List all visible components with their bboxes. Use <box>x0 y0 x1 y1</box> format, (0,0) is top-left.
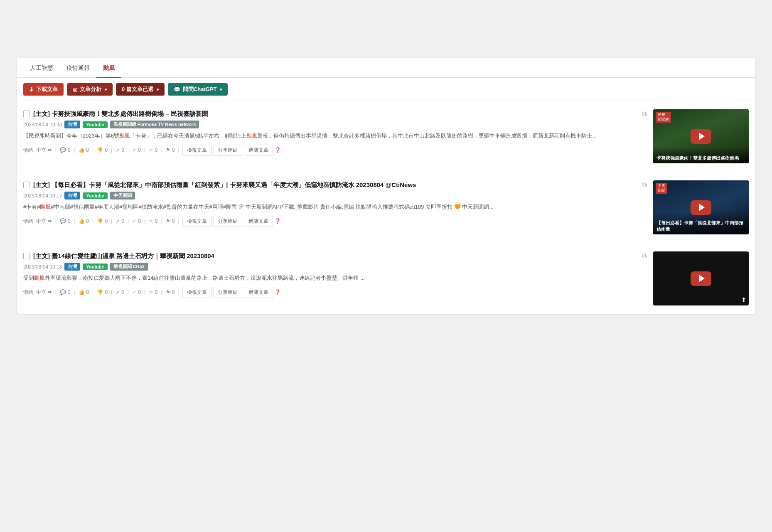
star-icon-1: ☆ <box>149 147 153 153</box>
article-date-2: 2023/08/04 10:17 <box>23 193 62 199</box>
article-content-2: [主文] 【每日必看】卡努「風從北部來」中南部預估雨量「紅到發紫」| 卡努來襲又… <box>23 180 647 234</box>
article-video-2[interactable]: 中天新聞 【每日必看】卡努「風從北部來」中南部預估雨量 <box>653 180 749 234</box>
thumb-bg-1: 民視新聞網 卡努挾強風豪雨！雙北多處傳出路樹倒塌 <box>653 109 749 163</box>
edit-icon-2[interactable]: ✏ <box>48 218 52 224</box>
tab-epidemic[interactable]: 疫情通報 <box>60 59 96 78</box>
article-meta-2: 2023/08/04 10:17 台灣 Youtube 中天新聞 <box>23 192 647 200</box>
share-icon-3: ↗ <box>116 289 120 295</box>
check-icon-3: ✓ <box>132 289 136 295</box>
ask-gpt-button[interactable]: 💬 問問ChatGPT ▾ <box>168 83 228 96</box>
edit-icon-3[interactable]: ✏ <box>48 289 52 295</box>
share-link-btn-1[interactable]: 分享連結 <box>213 145 242 156</box>
like-icon-3: 👍 <box>79 289 85 295</box>
article-meta-3: 2023/08/04 10:13 台灣 Youtube 華視新聞 CH52 <box>23 263 647 271</box>
dislike-icon-1: 👎 <box>97 147 103 153</box>
view-article-btn-2[interactable]: 檢視文章 <box>182 216 211 227</box>
badge-taiwan-3[interactable]: 台灣 <box>64 263 80 271</box>
article-header-3: [主文] 臺14線仁愛往廬山溫泉 路邊土石坍方｜華視新聞 20230804 ⧉ <box>23 251 647 260</box>
article-footer-1: 情緒: 中立 ✏ | 💬 0 | 👍 0 | <box>23 145 647 156</box>
article-checkbox-2[interactable] <box>23 182 30 188</box>
like-icon-2: 👍 <box>79 218 85 224</box>
filter-article-btn-2[interactable]: 過濾文章 <box>244 216 273 227</box>
play-button-1[interactable] <box>691 129 711 144</box>
article-title-2[interactable]: [主文] 【每日必看】卡努「風從北部來」中南部預估雨量「紅到發紫」| 卡努來襲又… <box>33 180 639 189</box>
selected-arrow: ▾ <box>157 87 159 92</box>
article-video-1[interactable]: 民視新聞網 卡努挾強風豪雨！雙北多處傳出路樹倒塌 <box>653 109 749 163</box>
help-icon-1[interactable]: ❓ <box>275 147 281 153</box>
sentiment-label-1: 情緒: 中立 <box>23 147 46 154</box>
article-content: [主文] 卡努挾強風豪雨！雙北多處傳出路樹倒塌 – 民視臺語新聞 ⧉ 2023/… <box>23 109 647 163</box>
gpt-arrow: ▾ <box>220 87 222 92</box>
analyze-arrow: ▾ <box>105 87 107 92</box>
comment-icon-2: 💬 <box>60 218 66 224</box>
view-article-btn-3[interactable]: 檢視文章 <box>182 287 211 298</box>
badge-taiwan-2[interactable]: 台灣 <box>64 192 80 200</box>
article-body-2: #卡努#颱風#中南部#預估雨量#年度大潮#窪地區#慎防淹水#監督的力量在中天#兩… <box>23 203 647 212</box>
filter-article-btn-1[interactable]: 過濾文章 <box>244 145 273 156</box>
share-link-btn-2[interactable]: 分享連結 <box>213 216 242 227</box>
flag-icon-2: ⚑ <box>166 218 170 224</box>
article-footer-3: 情緒: 中立 ✏ | 💬 0 | 👍 0 | <box>23 287 647 298</box>
star-icon-2: ☆ <box>149 218 153 224</box>
badge-taiwan-1[interactable]: 台灣 <box>64 121 80 128</box>
edit-icon-1[interactable]: ✏ <box>48 147 52 153</box>
share-link-btn-3[interactable]: 分享連結 <box>213 287 242 298</box>
check-icon-2: ✓ <box>132 218 136 224</box>
copy-icon-1[interactable]: ⧉ <box>642 110 647 118</box>
flag-icon-3: ⚑ <box>166 289 170 295</box>
download-icon: ⬇ <box>29 86 34 93</box>
article-title-3[interactable]: [主文] 臺14線仁愛往廬山溫泉 路邊土石坍方｜華視新聞 20230804 <box>33 251 639 260</box>
article-title-1[interactable]: [主文] 卡努挾強風豪雨！雙北多處傳出路樹倒塌 – 民視臺語新聞 <box>33 109 639 118</box>
article-item-2: [主文] 【每日必看】卡努「風從北部來」中南部預估雨量「紅到發紫」| 卡努來襲又… <box>23 172 749 243</box>
badge-source-3[interactable]: 華視新聞 CH52 <box>110 263 148 271</box>
video-thumb-1[interactable]: 民視新聞網 卡努挾強風豪雨！雙北多處傳出路樹倒塌 <box>653 109 749 163</box>
sentiment-label-2: 情緒: 中立 <box>23 218 46 225</box>
tab-typhoon[interactable]: 颱風 <box>96 59 121 78</box>
article-video-3[interactable]: ⬆ <box>653 251 749 305</box>
article-date-3: 2023/08/04 10:13 <box>23 264 62 270</box>
toolbar: ⬇ 下載文章 ◎ 文章分析 ▾ 0 篇文章已選 ▾ 💬 問問ChatGPT ▾ <box>17 78 755 101</box>
article-item: [主文] 卡努挾強風豪雨！雙北多處傳出路樹倒塌 – 民視臺語新聞 ⧉ 2023/… <box>23 101 749 172</box>
copy-icon-2[interactable]: ⧉ <box>642 181 647 189</box>
article-header-2: [主文] 【每日必看】卡努「風從北部來」中南部預估雨量「紅到發紫」| 卡努來襲又… <box>23 180 647 189</box>
badge-youtube-2[interactable]: Youtube <box>83 192 107 199</box>
analyze-button[interactable]: ◎ 文章分析 ▾ <box>67 83 113 96</box>
article-body-1: 【民視即時新聞】今年（2023年）第6號颱風「卡努」，已經在今天清晨5點半左右，… <box>23 132 647 140</box>
dislike-icon-2: 👎 <box>97 218 103 224</box>
thumb-bg-2: 中天新聞 【每日必看】卡努「風從北部來」中南部預估雨量 <box>653 180 749 234</box>
comment-icon-3: 💬 <box>60 289 66 295</box>
filter-article-btn-3[interactable]: 過濾文章 <box>244 287 273 298</box>
view-article-btn-1[interactable]: 檢視文章 <box>182 145 211 156</box>
play-button-3[interactable] <box>691 271 711 286</box>
download-button[interactable]: ⬇ 下載文章 <box>23 83 64 96</box>
thumb-title-2: 【每日必看】卡努「風從北部來」中南部預估雨量 <box>653 212 749 234</box>
play-button-2[interactable] <box>691 200 711 215</box>
badge-youtube-1[interactable]: Youtube <box>83 121 107 128</box>
copy-icon-3[interactable]: ⧉ <box>642 252 647 260</box>
star-icon-3: ☆ <box>149 289 153 295</box>
help-icon-2[interactable]: ❓ <box>275 218 281 224</box>
like-icon-1: 👍 <box>79 147 85 153</box>
article-date-1: 2023/08/04 10:26 <box>23 122 62 128</box>
article-body-3: 受到颱風外圍環流影響，南投仁愛鄉大雨下不停，臺14線前往廬山溫泉的路上，路邊土石… <box>23 274 647 283</box>
eye-icon: ◎ <box>73 86 77 93</box>
article-header: [主文] 卡努挾強風豪雨！雙北多處傳出路樹倒塌 – 民視臺語新聞 ⧉ <box>23 109 647 118</box>
flag-icon-1: ⚑ <box>166 147 170 153</box>
tab-ai[interactable]: 人工智慧 <box>23 59 60 78</box>
article-content-3: [主文] 臺14線仁愛往廬山溫泉 路邊土石坍方｜華視新聞 20230804 ⧉ … <box>23 251 647 305</box>
badge-source-1[interactable]: 民視新聞網 Formosa TV News network <box>110 121 199 128</box>
badge-youtube-3[interactable]: Youtube <box>83 264 107 270</box>
article-checkbox-1[interactable] <box>23 111 30 117</box>
check-icon-1: ✓ <box>132 147 136 153</box>
share-icon-1: ↗ <box>116 147 120 153</box>
video-thumb-3[interactable]: ⬆ <box>653 251 749 305</box>
selected-button[interactable]: 0 篇文章已選 ▾ <box>116 83 165 96</box>
scroll-icon-3: ⬆ <box>741 296 746 303</box>
badge-source-2[interactable]: 中天新聞 <box>110 192 135 200</box>
article-checkbox-3[interactable] <box>23 253 30 259</box>
share-icon-2: ↗ <box>116 218 120 224</box>
dislike-icon-3: 👎 <box>97 289 103 295</box>
help-icon-3[interactable]: ❓ <box>275 289 281 295</box>
video-thumb-2[interactable]: 中天新聞 【每日必看】卡努「風從北部來」中南部預估雨量 <box>653 180 749 234</box>
thumb-title-1: 卡努挾強風豪雨！雙北多處傳出路樹倒塌 <box>653 147 749 163</box>
